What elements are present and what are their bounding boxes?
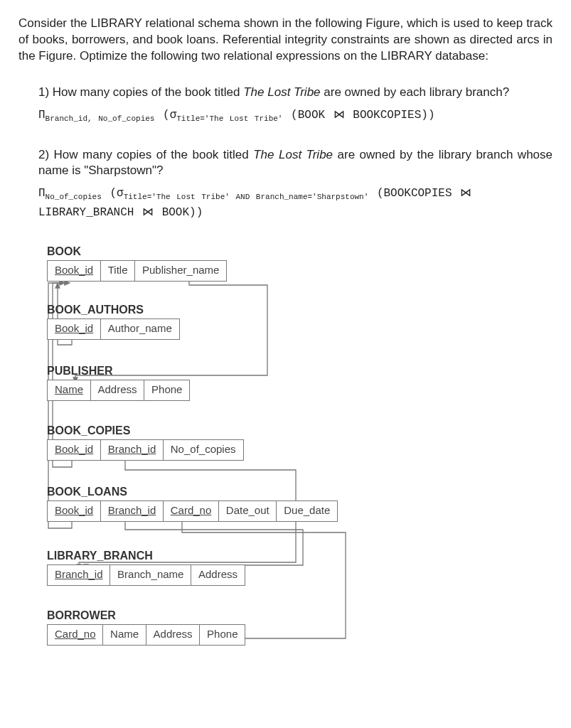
q1-ra-expression: ΠBranch_id, No_of_copies (σTitle='The Lo… xyxy=(38,107,553,126)
table-book: BOOK Book_id Title Publisher_name xyxy=(47,244,226,282)
table-row: Book_id Branch_id No_of_copies xyxy=(47,439,242,460)
q1-body: How many copies of the book titled xyxy=(53,85,243,99)
intro-paragraph: Consider the LIBRARY relational schema s… xyxy=(18,16,553,65)
q1-sel-sub: Title='The Lost Tribe' xyxy=(176,114,282,123)
q1-num: 1) xyxy=(38,85,53,99)
col-date-out: Date_out xyxy=(218,500,277,521)
table-name: BOOK xyxy=(47,244,226,259)
q1-body2: are owned by each library branch? xyxy=(321,85,510,99)
col-card-no: Card_no xyxy=(47,624,104,645)
q2-tail1: (BOOKCOPIES ⋈ xyxy=(368,187,471,200)
col-no-of-copies: No_of_copies xyxy=(163,439,244,460)
table-name: BOOK_LOANS xyxy=(47,484,337,500)
col-address: Address xyxy=(90,380,145,400)
col-phone: Phone xyxy=(199,624,245,645)
question-2: 2) How many copies of the book titled Th… xyxy=(38,147,553,223)
col-book-id: Book_id xyxy=(47,318,101,339)
table-library-branch: LIBRARY_BRANCH Branch_id Branch_name Add… xyxy=(47,548,244,586)
table-borrower: BORROWER Card_no Name Address Phone xyxy=(47,608,245,646)
q1-title-italic: The Lost Tribe xyxy=(243,85,320,99)
table-book-copies: BOOK_COPIES Book_id Branch_id No_of_copi… xyxy=(47,423,242,461)
q1-sigma: (σ xyxy=(154,109,176,122)
q2-num: 2) xyxy=(38,148,54,161)
col-branch-name: Branch_name xyxy=(110,564,191,585)
col-due-date: Due_date xyxy=(276,500,338,521)
col-name: Name xyxy=(47,380,91,400)
pi-symbol: Π xyxy=(38,187,46,200)
col-branch-id: Branch_id xyxy=(100,500,164,521)
table-name: PUBLISHER xyxy=(47,363,189,379)
table-row: Book_id Branch_id Card_no Date_out Due_d… xyxy=(47,500,337,521)
table-name: BOOK_COPIES xyxy=(47,423,242,439)
table-row: Card_no Name Address Phone xyxy=(47,624,245,645)
table-row: Branch_id Branch_name Address xyxy=(47,564,244,585)
col-address: Address xyxy=(191,564,245,585)
q1-proj-sub: Branch_id, No_of_copies xyxy=(46,114,155,123)
col-book-id: Book_id xyxy=(47,500,101,521)
q1-text: 1) How many copies of the book titled Th… xyxy=(38,85,553,101)
q2-sigma: (σ xyxy=(102,187,124,200)
q2-text: 2) How many copies of the book titled Th… xyxy=(38,147,553,180)
question-1: 1) How many copies of the book titled Th… xyxy=(38,85,553,126)
table-name: BORROWER xyxy=(47,608,245,623)
table-row: Book_id Title Publisher_name xyxy=(47,260,226,281)
table-name: BOOK_AUTHORS xyxy=(47,302,178,318)
table-book-authors: BOOK_AUTHORS Book_id Author_name xyxy=(47,302,178,340)
q2-sel-sub: Title='The Lost Tribe' AND Branch_name='… xyxy=(124,193,369,202)
pi-symbol: Π xyxy=(38,109,46,122)
table-name: LIBRARY_BRANCH xyxy=(47,548,244,564)
col-address: Address xyxy=(146,624,201,645)
table-book-loans: BOOK_LOANS Book_id Branch_id Card_no Dat… xyxy=(47,484,337,522)
q2-tail2: LIBRARY_BRANCH ⋈ BOOK)) xyxy=(38,206,203,219)
table-row: Book_id Author_name xyxy=(47,318,178,339)
q2-ra-expression: ΠNo_of_copies (σTitle='The Lost Tribe' A… xyxy=(38,185,553,222)
col-publisher-name: Publisher_name xyxy=(134,260,227,281)
table-publisher: PUBLISHER Name Address Phone xyxy=(47,363,189,401)
col-name: Name xyxy=(102,624,146,645)
q2-proj-sub: No_of_copies xyxy=(46,193,102,202)
library-schema-figure: BOOK Book_id Title Publisher_name BOOK_A… xyxy=(47,244,553,663)
table-row: Name Address Phone xyxy=(47,380,189,400)
col-card-no: Card_no xyxy=(163,500,220,521)
q2-body: How many copies of the book titled xyxy=(54,148,254,161)
col-branch-id: Branch_id xyxy=(100,439,164,460)
col-branch-id: Branch_id xyxy=(47,564,111,585)
col-author-name: Author_name xyxy=(100,318,180,339)
col-title: Title xyxy=(100,260,136,281)
col-book-id: Book_id xyxy=(47,260,101,281)
col-book-id: Book_id xyxy=(47,439,101,460)
q2-title-italic: The Lost Tribe xyxy=(253,148,333,161)
col-phone: Phone xyxy=(144,380,190,400)
q1-join: (BOOK ⋈ BOOKCOPIES)) xyxy=(282,109,434,122)
